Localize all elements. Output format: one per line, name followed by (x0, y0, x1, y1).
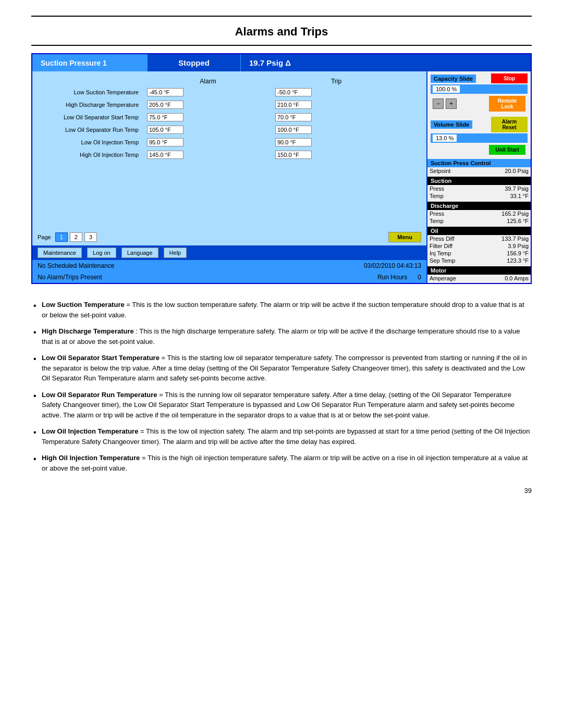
alarm-row-label: High Discharge Temperature (40, 98, 144, 111)
inj-temp-value: 156.9 °F (507, 250, 529, 256)
alarm-reset-button[interactable]: Alarm Reset (491, 117, 528, 132)
inj-temp-label: Inj Temp (430, 250, 451, 256)
stop-button[interactable]: Stop (491, 73, 528, 83)
alarm-row-alarm (144, 124, 272, 136)
capacity-value: 100.0 % (433, 85, 460, 93)
press-diff-label: Press Diff (430, 236, 454, 242)
bottom-bar: Maintenance Log on Language Help (32, 245, 426, 260)
page-btn-2[interactable]: 2 (70, 232, 82, 242)
alarm-row-trip (272, 124, 400, 136)
trip-input[interactable] (275, 151, 312, 159)
trip-input[interactable] (275, 138, 312, 146)
remote-lock-button[interactable]: Remote Lock (489, 96, 525, 112)
unit-start-button[interactable]: Unit Start (489, 145, 525, 155)
alarm-input[interactable] (147, 113, 183, 121)
description-item: Low Oil Injection Temperature = This is … (31, 423, 532, 450)
suction-pressure-label: Suction Pressure 1 (32, 54, 147, 71)
alarm-row-alarm (144, 98, 272, 111)
no-maintenance-label: No Scheduled Maintenance (38, 262, 353, 269)
alarm-row-label: High Oil Injection Temp (40, 149, 144, 161)
no-alarms-label: No Alarm/Trips Present (38, 274, 367, 281)
alarm-row-trip (272, 149, 400, 161)
alarm-row: Low Oil Separator Start Temp (40, 111, 419, 124)
filter-diff-label: Filter Diff (430, 243, 452, 249)
alarm-row-label: Low Oil Separator Run Temp (40, 124, 144, 136)
alarm-row-label: Low Oil Injection Temp (40, 136, 144, 149)
alarm-input[interactable] (147, 138, 183, 146)
no-maintenance-row: No Scheduled Maintenance 03/02/2010 04:4… (32, 260, 426, 272)
alarm-row: High Discharge Temperature (40, 98, 419, 111)
motor-title: Motor (427, 266, 531, 275)
col-trip: Trip (272, 77, 400, 86)
description-item: High Oil Injection Temperature = This is… (31, 450, 532, 476)
alarm-row-alarm (144, 86, 272, 98)
amperage-label: Amperage (430, 275, 456, 281)
alarm-table: Alarm Trip Low Suction Temperature High … (40, 77, 419, 161)
press-diff-value: 133.7 Psig (501, 236, 529, 242)
right-panel: Capacity Slide Stop 100.0 % − + Remote L… (426, 71, 531, 283)
trip-input[interactable] (275, 113, 312, 121)
alarm-row: Low Oil Separator Run Temp (40, 124, 419, 136)
run-hours-label: Run Hours (377, 274, 407, 281)
language-button[interactable]: Language (121, 248, 158, 258)
suction-press-value: 39.7 Psig (505, 186, 529, 192)
description-list: Low Suction Temperature = This is the lo… (31, 297, 532, 476)
suction-temp-label: Temp (430, 193, 444, 199)
help-button[interactable]: Help (164, 248, 187, 258)
suction-press-label: Press (430, 186, 444, 192)
alarm-row-trip (272, 136, 400, 149)
datetime-value: 03/02/2010 04:43:13 (364, 262, 421, 269)
alarm-row-alarm (144, 111, 272, 124)
amperage-value: 0.0 Amps (505, 275, 529, 281)
sep-temp-value: 123.3 °F (507, 257, 529, 264)
description-item: Low Suction Temperature = This is the lo… (31, 297, 532, 323)
page-nav: Page 1 2 3 Menu (32, 229, 426, 245)
suction-title: Suction (427, 177, 531, 185)
alarm-input[interactable] (147, 101, 183, 109)
alarm-row: Low Suction Temperature (40, 86, 419, 98)
page-number: 39 (31, 487, 532, 495)
capacity-slide-title: Capacity Slide (431, 75, 476, 83)
capacity-increase-button[interactable]: + (446, 98, 457, 109)
alarm-row-label: Low Oil Separator Start Temp (40, 111, 144, 124)
alarm-input[interactable] (147, 151, 183, 159)
trip-input[interactable] (275, 101, 312, 109)
logon-button[interactable]: Log on (87, 248, 116, 258)
alarm-row: Low Oil Injection Temp (40, 136, 419, 149)
capacity-decrease-button[interactable]: − (433, 98, 444, 109)
page-btn-3[interactable]: 3 (84, 232, 97, 242)
description-item: Low Oil Separator Start Temperature = Th… (31, 350, 532, 387)
sep-temp-label: Sep Temp (430, 257, 455, 264)
alarm-row-trip (272, 111, 400, 124)
discharge-temp-label: Temp (430, 218, 444, 224)
run-hours-value: 0 (418, 274, 421, 281)
discharge-press-label: Press (430, 211, 444, 217)
ui-panel: Suction Pressure 1 Stopped 19.7 Psig Δ A… (31, 53, 532, 284)
volume-slide-title: Volume Slide (431, 120, 472, 129)
suction-press-control-title: Suction Press Control (427, 159, 531, 167)
description-item: High Discharge Temperature : This is the… (31, 323, 532, 350)
trip-input[interactable] (275, 126, 312, 134)
page-btn-1[interactable]: 1 (55, 232, 68, 242)
no-alarms-row: No Alarm/Trips Present Run Hours 0 (32, 272, 426, 283)
page-label: Page (38, 234, 51, 240)
oil-title: Oil (427, 227, 531, 235)
discharge-temp-value: 125.6 °F (507, 218, 529, 224)
alarm-row-label: Low Suction Temperature (40, 86, 144, 98)
trip-input[interactable] (275, 88, 312, 96)
alarm-input[interactable] (147, 88, 183, 96)
menu-button[interactable]: Menu (388, 232, 421, 242)
col-alarm: Alarm (144, 77, 272, 86)
alarm-row: High Oil Injection Temp (40, 149, 419, 161)
alarm-row-alarm (144, 136, 272, 149)
maintenance-button[interactable]: Maintenance (38, 248, 82, 258)
discharge-press-value: 165.2 Psig (501, 211, 529, 217)
alarm-input[interactable] (147, 126, 183, 134)
setpoint-label: Setpoint (430, 168, 450, 174)
suction-temp-value: 33.1 °F (510, 193, 529, 199)
alarm-table-container: Alarm Trip Low Suction Temperature High … (32, 71, 426, 229)
psig-delta: 19.7 Psig Δ (241, 54, 531, 71)
alarm-row-trip (272, 86, 400, 98)
page-title: Alarms and Trips (31, 16, 532, 39)
setpoint-value: 20.0 Psig (505, 168, 529, 174)
